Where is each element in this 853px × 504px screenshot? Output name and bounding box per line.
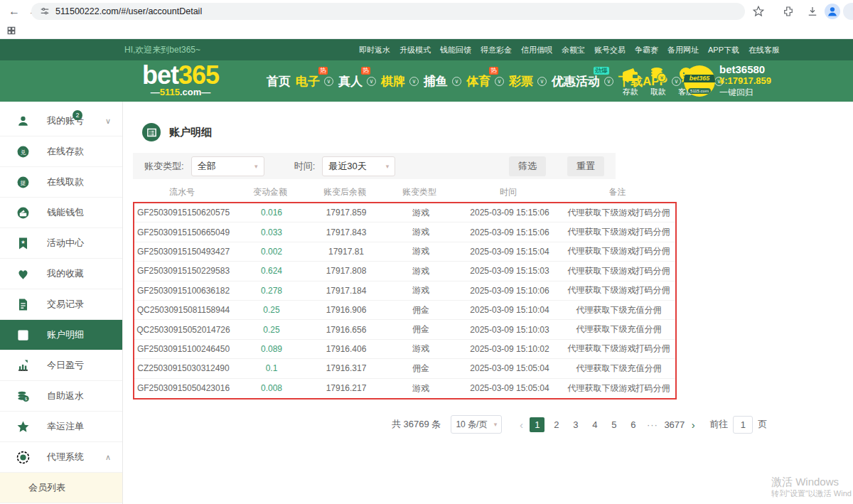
nav-link[interactable]: 彩票: [509, 73, 533, 90]
time-filter-select[interactable]: 最近30天 ▾: [322, 156, 395, 176]
nav-link[interactable]: 棋牌: [381, 73, 405, 90]
table-row[interactable]: CZ250309150303124900.117916.317佣金2025-03…: [134, 359, 675, 378]
page-number[interactable]: 5: [606, 417, 621, 432]
sidebar-item-钱能钱包[interactable]: 钱能钱包: [0, 198, 122, 228]
filter-bar: 账变类型: 全部 ▾ 时间: 最近30天 ▾ 筛选 重置: [133, 153, 616, 179]
sidebar-item-label: 钱能钱包: [47, 206, 84, 219]
sidebar-item-交易记录[interactable]: 交易记录: [0, 289, 122, 320]
nav-link[interactable]: 捕鱼: [424, 73, 448, 90]
sidebar-item-代理系统[interactable]: 代理系统∧: [0, 442, 122, 473]
table-row[interactable]: QC250309150520147260.2517916.656佣金2025-0…: [134, 320, 675, 339]
cell-remark: 代理获取下级充值分佣: [559, 323, 678, 336]
next-page-icon[interactable]: ›: [687, 419, 699, 431]
goto-page-input[interactable]: [733, 416, 753, 434]
page-number[interactable]: 2: [549, 417, 564, 432]
page-number[interactable]: 3: [568, 417, 583, 432]
table-row[interactable]: QC250309150811589440.2517916.906佣金2025-0…: [134, 301, 675, 320]
table-row[interactable]: GF250309151002464500.08917916.406游戏2025-…: [134, 340, 675, 359]
table-row[interactable]: GF250309151502295830.62417917.808游戏2025-…: [134, 262, 675, 281]
type-filter-select[interactable]: 全部 ▾: [191, 156, 264, 176]
nav-item-棋牌: 棋牌∨: [381, 73, 419, 90]
sidebar-item-在线存款[interactable]: 兑在线存款: [0, 136, 122, 167]
topbar-link[interactable]: 争霸赛: [635, 45, 658, 55]
cell-time: 2025-03-09 15:10:02: [460, 344, 559, 354]
filter-button[interactable]: 筛选: [509, 156, 546, 176]
sidebar-item-label: 交易记录: [47, 298, 84, 311]
table-row[interactable]: GF250309151506650490.03317917.843游戏2025-…: [134, 222, 675, 242]
one-key-return-button[interactable]: 一键回归: [719, 87, 771, 98]
chevron-down-icon: ▾: [386, 163, 390, 170]
account-detail-table: 流水号变动金额账变后余额账变类型时间备注 GF25030915150620575…: [133, 182, 677, 400]
topbar-link[interactable]: 账号交易: [594, 45, 626, 55]
chevron-down-icon: ∨: [495, 77, 504, 86]
page-number[interactable]: 6: [626, 417, 640, 432]
topbar-link[interactable]: 升级模式: [399, 45, 431, 55]
topbar-link[interactable]: 信用借呗: [521, 45, 552, 55]
deposit-wallet-button[interactable]: 存款: [620, 66, 641, 97]
topbar-link[interactable]: 余额宝: [562, 45, 585, 55]
hot-badge: 热: [489, 67, 498, 75]
reset-button[interactable]: 重置: [567, 156, 604, 176]
user-icon: [16, 114, 30, 128]
topbar-link[interactable]: 备用网址: [667, 45, 699, 55]
topbar-link[interactable]: 在线客服: [749, 45, 780, 55]
url-text[interactable]: 511500222.com/#/user/accountDetail: [55, 6, 202, 16]
extensions-icon[interactable]: [782, 5, 795, 18]
sidebar-item-幸运注单[interactable]: 幸运注单: [0, 412, 122, 442]
table-row[interactable]: GF250309151006361820.27817917.184游戏2025-…: [134, 282, 675, 301]
cell-balance: 17916.317: [311, 363, 382, 373]
table-row[interactable]: GF250309151506205750.01617917.859游戏2025-…: [134, 203, 675, 222]
nav-link[interactable]: 优惠活动: [552, 73, 600, 90]
browser-back-icon[interactable]: ←: [6, 3, 23, 20]
quick-action-label: 存款: [623, 87, 638, 97]
sidebar-item-我的账号[interactable]: 我的账号2∨: [0, 106, 122, 136]
sidebar-item-今日盈亏[interactable]: 今日盈亏: [0, 350, 122, 381]
browser-profile-avatar[interactable]: [825, 4, 840, 19]
sidebar-item-自助返水[interactable]: $自助返水: [0, 381, 122, 412]
page-size-select[interactable]: 10 条/页 ▾: [451, 415, 502, 434]
cell-type: 游戏: [382, 226, 460, 238]
cell-remark: 代理获取下级游戏打码分佣: [559, 265, 678, 277]
page-numbers: 123456···3677: [527, 417, 687, 432]
nav-link[interactable]: 体育: [466, 73, 490, 90]
nav-link[interactable]: 首页: [267, 73, 291, 90]
nav-item-捕鱼: 捕鱼∨: [424, 73, 461, 90]
withdraw-coins-button[interactable]: ¥取款: [648, 66, 669, 97]
nav-link[interactable]: 真人: [338, 73, 363, 90]
nav-link[interactable]: 电子: [296, 73, 320, 90]
address-bar[interactable]: 511500222.com/#/user/accountDetail: [31, 3, 745, 20]
page-number[interactable]: 3677: [664, 417, 685, 432]
cell-remark: 代理获取下级游戏打码分佣: [559, 343, 678, 355]
site-settings-icon[interactable]: [40, 6, 50, 16]
sidebar-item-在线取款[interactable]: 提在线取款: [0, 167, 122, 198]
sidebar-item-账户明细[interactable]: 账户明细: [0, 320, 122, 350]
topbar-link[interactable]: APP下载: [708, 45, 739, 55]
column-header: 账变类型: [380, 186, 458, 198]
table-row[interactable]: GF250309151504934270.00217917.81游戏2025-0…: [134, 242, 675, 262]
site-logo[interactable]: bet365 —5115.com—: [142, 63, 219, 97]
browser-menu[interactable]: [843, 3, 853, 20]
table-row[interactable]: GF250309150504230160.00817916.217游戏2025-…: [134, 379, 675, 398]
sidebar-item-活动中心[interactable]: ★活动中心: [0, 228, 122, 259]
cell-amount: 0.1: [232, 363, 311, 373]
topbar-link[interactable]: 即时返水: [359, 45, 390, 55]
apps-grid-icon[interactable]: [6, 26, 16, 36]
topbar-link[interactable]: 钱能回馈: [440, 45, 471, 55]
topbar-link[interactable]: 得意彩金: [481, 45, 512, 55]
prev-page-icon[interactable]: ‹: [515, 419, 527, 431]
sidebar-item-label: 幸运注单: [47, 420, 84, 433]
cell-amount: 0.016: [232, 208, 311, 218]
cell-remark: 代理获取下级游戏打码分佣: [559, 284, 678, 296]
bookmark-star-icon[interactable]: [752, 5, 765, 18]
cell-type: 游戏: [382, 343, 460, 355]
sidebar-item-我的收藏[interactable]: 我的收藏: [0, 259, 122, 289]
download-icon[interactable]: [806, 5, 819, 18]
cell-type: 游戏: [382, 265, 460, 277]
deposit-wallet-icon: [621, 66, 640, 86]
page-number[interactable]: 4: [587, 417, 602, 432]
svg-text:兑: 兑: [20, 149, 26, 155]
page-title: 账户明细: [169, 126, 212, 139]
page-number[interactable]: 1: [530, 417, 544, 432]
sidebar-item-会员列表[interactable]: 会员列表: [0, 473, 122, 503]
nav-item-体育: 体育热∨: [466, 73, 504, 90]
